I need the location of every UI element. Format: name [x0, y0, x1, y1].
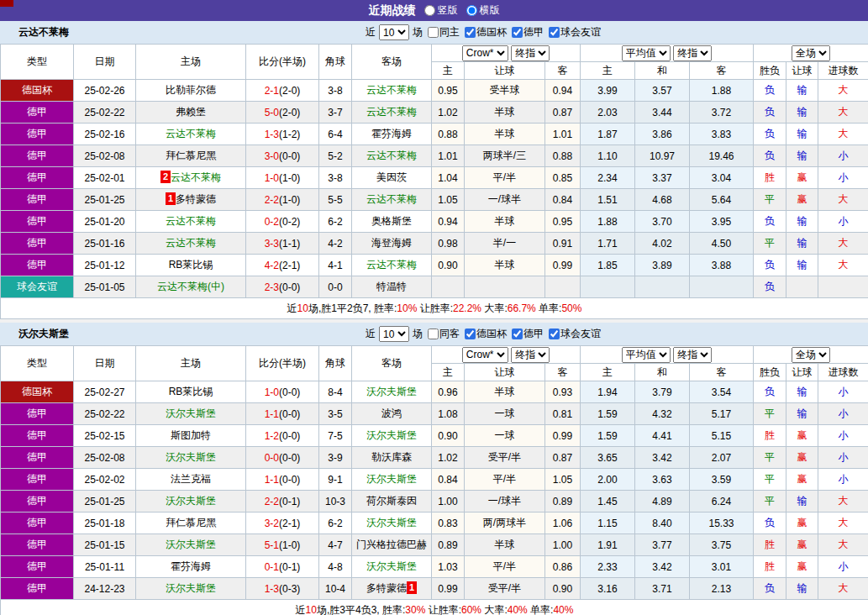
avg-time-select[interactable]: 终指 — [673, 45, 712, 61]
team-name[interactable]: 勒沃库森 — [371, 451, 412, 463]
team-name[interactable]: RB莱比锡 — [169, 259, 213, 271]
cup-checkbox[interactable] — [465, 329, 476, 339]
team-name[interactable]: 沃尔夫斯堡 — [366, 517, 417, 528]
match-count-select[interactable]: 10 — [379, 24, 409, 40]
team-name[interactable]: 云达不莱梅 — [166, 128, 216, 139]
sub-home: 主 — [432, 62, 465, 80]
team-name[interactable]: 比勒菲尔德 — [166, 84, 216, 96]
team-name[interactable]: 沃尔夫斯堡 — [366, 429, 417, 441]
horizontal-radio[interactable] — [466, 5, 477, 16]
team-name[interactable]: 法兰克福 — [171, 473, 211, 485]
team-name[interactable]: 多特蒙德 — [176, 193, 216, 205]
let-result-cell: 输 — [786, 491, 818, 512]
scope-group: 全场 — [754, 346, 868, 364]
team-name[interactable]: 云达不莱梅 — [366, 259, 417, 271]
goals-cell: 大 — [818, 189, 868, 211]
team-name[interactable]: 云达不莱梅 — [366, 193, 417, 205]
scope-select[interactable]: 全场 — [792, 347, 830, 363]
team-name[interactable]: 霍芬海姆 — [171, 560, 211, 572]
team-name[interactable]: 美因茨 — [376, 171, 407, 183]
team-name[interactable]: 特温特 — [376, 281, 407, 292]
team-name[interactable]: 沃尔夫斯堡 — [166, 539, 216, 550]
friendly-label: 球会友谊 — [560, 25, 601, 39]
vertical-radio[interactable] — [424, 5, 435, 16]
league-filter-cup[interactable]: 德国杯 — [461, 25, 507, 39]
match-date: 25-01-25 — [74, 189, 136, 211]
team-name[interactable]: 云达不莱梅 — [171, 171, 221, 183]
team-name[interactable]: 沃尔夫斯堡 — [166, 451, 216, 463]
same-venue-filter[interactable]: 同客 — [424, 327, 460, 341]
team-name[interactable]: 沃尔夫斯堡 — [366, 386, 417, 397]
team-name[interactable]: 云达不莱梅 — [166, 237, 216, 249]
full-time-score: 5-1 — [265, 539, 279, 551]
summary-segment: 50% — [561, 302, 581, 314]
layout-option-vertical[interactable]: 竖版 — [424, 3, 458, 18]
odds-time-select[interactable]: 终指 — [511, 347, 550, 363]
odds-time-select[interactable]: 终指 — [511, 45, 550, 61]
team-name[interactable]: 拜仁慕尼黑 — [166, 150, 216, 161]
avg-home-cell: 1.59 — [581, 425, 635, 447]
league-filter-friendly[interactable]: 球会友谊 — [545, 327, 601, 341]
team-name[interactable]: 云达不莱梅 — [366, 84, 417, 96]
cup-checkbox[interactable] — [465, 27, 476, 38]
league-filter-cup[interactable]: 德国杯 — [461, 327, 507, 341]
league-badge: 德甲 — [1, 233, 74, 255]
away-team-cell: 沃尔夫斯堡 — [352, 381, 432, 403]
same-venue-checkbox[interactable] — [428, 329, 439, 339]
section-bar-wolfsburg: 沃尔夫斯堡 近 10 场 同客 德国杯 德甲 球会友谊 — [0, 323, 868, 345]
league-filter-friendly[interactable]: 球会友谊 — [545, 25, 601, 39]
team-name[interactable]: 门兴格拉德巴赫 — [356, 539, 427, 550]
full-time-score: 1-1 — [265, 408, 279, 420]
friendly-checkbox[interactable] — [549, 329, 560, 339]
team-name[interactable]: 沃尔夫斯堡 — [166, 495, 216, 507]
team-name[interactable]: RB莱比锡 — [169, 386, 213, 397]
avg-time-select[interactable]: 终指 — [673, 347, 712, 363]
team-name[interactable]: 拜仁慕尼黑 — [166, 517, 216, 528]
home-team-cell: 云达不莱梅 — [136, 211, 246, 233]
team-name[interactable]: 沃尔夫斯堡 — [166, 582, 216, 594]
team-name[interactable]: 云达不莱梅 — [366, 106, 417, 118]
odds-source-group: Crow* 终指 — [432, 346, 581, 364]
team-name[interactable]: 霍芬海姆 — [371, 128, 412, 139]
league-filter-liga[interactable]: 德甲 — [508, 327, 544, 341]
team-name[interactable]: 云达不莱梅(中) — [157, 281, 224, 292]
league-filter-liga[interactable]: 德甲 — [508, 25, 544, 39]
odds-source-select[interactable]: Crow* — [462, 45, 508, 61]
avg-draw-cell: 10.97 — [635, 145, 690, 167]
avg-away-cell: 5.15 — [690, 425, 754, 447]
team-name[interactable]: 海登海姆 — [371, 237, 412, 249]
liga-checkbox[interactable] — [512, 27, 523, 38]
avg-away-cell: 3.01 — [690, 556, 754, 578]
scope-select[interactable]: 全场 — [792, 45, 830, 61]
full-time-score: 2-2 — [265, 194, 279, 206]
team-name[interactable]: 沃尔夫斯堡 — [366, 473, 417, 485]
let-result-cell: 输 — [786, 233, 818, 255]
team-name[interactable]: 荷尔斯泰因 — [366, 495, 417, 507]
odds-source-select[interactable]: Crow* — [462, 347, 508, 363]
avg-source-select[interactable]: 平均值 — [622, 45, 671, 61]
team-name[interactable]: 波鸿 — [381, 407, 402, 419]
summary-segment: 60% — [461, 604, 481, 615]
match-count-select[interactable]: 10 — [379, 326, 409, 342]
team-name[interactable]: 沃尔夫斯堡 — [166, 407, 216, 419]
team-name[interactable]: 云达不莱梅 — [166, 215, 216, 227]
result-cell: 平 — [754, 233, 786, 255]
liga-checkbox[interactable] — [512, 329, 523, 339]
summary-segment: 让胜率: — [417, 302, 453, 314]
avg-away-cell: 5.17 — [690, 403, 754, 425]
avg-source-select[interactable]: 平均值 — [622, 347, 671, 363]
score-cell: 2-2(0-1) — [246, 491, 319, 512]
team-name[interactable]: 沃尔夫斯堡 — [366, 560, 417, 572]
team-name[interactable]: 奥格斯堡 — [371, 215, 412, 227]
team-name[interactable]: 弗赖堡 — [176, 106, 206, 118]
team-name[interactable]: 斯图加特 — [171, 429, 211, 441]
score-cell: 1-0(0-0) — [246, 381, 319, 403]
team-name[interactable]: 多特蒙德 — [366, 582, 407, 594]
results-table-bremen: 类型 日期 主场 比分(半场) 角球 客场 Crow* 终指 平均值 终指 全场… — [0, 44, 868, 319]
sub-away: 客 — [545, 364, 581, 381]
friendly-checkbox[interactable] — [549, 27, 560, 38]
same-venue-checkbox[interactable] — [428, 27, 439, 38]
layout-option-horizontal[interactable]: 横版 — [466, 3, 500, 18]
team-name[interactable]: 云达不莱梅 — [366, 150, 417, 161]
same-venue-filter[interactable]: 同主 — [424, 25, 460, 39]
